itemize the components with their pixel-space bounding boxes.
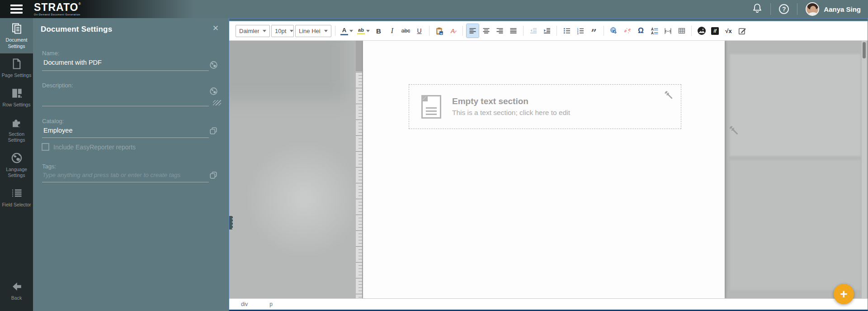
chevron-down-icon [366, 30, 370, 32]
italic-button[interactable]: I [386, 24, 398, 38]
if-condition-button[interactable]: if [709, 24, 721, 38]
bold-button[interactable]: B [373, 24, 385, 38]
bulleted-list-icon [563, 27, 571, 34]
numbered-list-button[interactable]: 123 [574, 24, 586, 38]
insert-table-button[interactable] [675, 24, 688, 38]
top-bar: STRATO® On-Demand Document Generation ? … [0, 0, 868, 18]
text-styles-button[interactable] [648, 24, 660, 38]
unlink-button[interactable] [621, 24, 633, 38]
text-color-button[interactable]: A [339, 24, 354, 38]
catalog-label: Catalog: [42, 118, 64, 124]
tags-underline [42, 182, 209, 182]
unlink-icon [623, 27, 632, 35]
notifications-bell-icon[interactable] [752, 3, 762, 15]
panel-resize-grip[interactable] [229, 216, 233, 230]
sidebar-item-section-settings[interactable]: Section Settings [0, 112, 33, 148]
close-icon[interactable]: ✕ [212, 24, 219, 33]
section-settings-wrench-icon[interactable] [664, 90, 674, 102]
paste-from-word-button[interactable]: w [433, 24, 445, 38]
background-decor [243, 140, 365, 258]
canvas-scrollbar[interactable] [862, 41, 867, 298]
sidebar-item-language-settings[interactable]: Language Settings [0, 148, 33, 183]
name-field[interactable]: Document with PDF [43, 59, 102, 66]
top-bar-actions: ? Aanya Sing [752, 0, 868, 18]
tags-input[interactable] [42, 172, 205, 178]
remove-format-button[interactable]: A [447, 24, 459, 38]
edit-source-icon [738, 27, 746, 35]
include-easyreporter-checkbox[interactable]: Include EasyReporter reports [42, 143, 136, 151]
align-right-icon [496, 27, 504, 34]
sidebar-item-field-selector[interactable]: Field Selector [0, 183, 33, 212]
highlight-glyph: ab [358, 27, 364, 33]
app-window: STRATO® On-Demand Document Generation ? … [0, 0, 868, 311]
user-name[interactable]: Aanya Sing [824, 5, 861, 13]
align-left-button[interactable] [467, 24, 479, 38]
empty-section-subtitle: This is a text section; click here to ed… [452, 109, 570, 117]
outdent-button[interactable] [527, 24, 539, 38]
name-underline [42, 71, 209, 71]
divider [770, 3, 771, 15]
sidebar-item-label: Language Settings [1, 167, 32, 179]
add-section-button[interactable]: + [834, 284, 854, 304]
field-selector-icon [11, 187, 23, 199]
insert-image-button[interactable] [695, 24, 708, 38]
divider [429, 26, 429, 36]
font-family-dropdown[interactable]: Daimler ... [236, 25, 270, 37]
insert-link-button[interactable] [608, 24, 620, 38]
translate-globe-icon[interactable] [209, 87, 218, 97]
background-decor [229, 41, 347, 100]
align-right-button[interactable] [494, 24, 506, 38]
line-height-dropdown[interactable]: Line Hei... [295, 25, 331, 37]
font-size-dropdown[interactable]: 10pt [271, 25, 294, 37]
path-element-p[interactable]: p [269, 301, 273, 307]
sidebar-item-row-settings[interactable]: Row Settings [0, 83, 33, 112]
canvas-wrench-icon[interactable] [728, 125, 739, 138]
ruler-ticks-long [356, 41, 362, 298]
highlight-color-button[interactable]: ab [356, 24, 371, 38]
sidebar-item-back[interactable]: Back [0, 276, 33, 306]
bulleted-list-button[interactable] [561, 24, 573, 38]
align-center-button[interactable] [480, 24, 492, 38]
indent-icon [543, 27, 551, 34]
document-page[interactable]: Empty text section This is a text sectio… [363, 41, 725, 298]
font-family-value: Daimler ... [239, 28, 259, 34]
page-break-icon [664, 27, 672, 35]
line-height-value: Line Hei... [299, 28, 321, 34]
sidebar-item-page-settings[interactable]: Page Settings [0, 53, 33, 83]
browse-copy-icon[interactable] [209, 127, 217, 137]
image-icon [698, 27, 706, 35]
font-size-value: 10pt [275, 28, 286, 34]
page-break-button[interactable] [662, 24, 674, 38]
hamburger-menu-icon[interactable] [0, 0, 33, 18]
path-element-div[interactable]: div [241, 301, 248, 307]
help-icon[interactable]: ? [779, 4, 789, 14]
blockquote-button[interactable]: ” [588, 24, 600, 38]
textarea-resize-handle[interactable] [213, 100, 221, 105]
scrollbar-thumb[interactable] [863, 42, 866, 58]
svg-text:w: w [439, 31, 442, 34]
checkbox-icon[interactable] [42, 143, 49, 151]
empty-section-title: Empty text section [452, 96, 570, 106]
browse-copy-icon[interactable] [209, 171, 217, 181]
sidebar-item-document-settings[interactable]: Document Settings [0, 18, 33, 53]
align-left-icon [469, 27, 476, 34]
divider [557, 26, 557, 36]
source-edit-button[interactable] [736, 24, 748, 38]
text-styles-icon [650, 27, 659, 35]
empty-text-section[interactable]: Empty text section This is a text sectio… [409, 84, 681, 129]
translate-globe-icon[interactable] [209, 61, 218, 71]
strikethrough-button[interactable]: abc [400, 24, 412, 38]
text-color-glyph: A [342, 27, 346, 33]
background-decor [729, 53, 861, 157]
indent-button[interactable] [541, 24, 553, 38]
formula-button[interactable]: √x [722, 24, 735, 38]
special-character-button[interactable]: Ω [635, 24, 647, 38]
underline-button[interactable]: U [413, 24, 425, 38]
divider [797, 3, 797, 15]
user-avatar[interactable] [806, 2, 819, 16]
sidebar-item-label: Row Settings [3, 102, 31, 108]
align-justify-button[interactable] [507, 24, 519, 38]
sidebar-item-label: Section Settings [1, 131, 32, 144]
row-settings-icon [11, 87, 23, 99]
catalog-field[interactable]: Employee [43, 127, 72, 134]
